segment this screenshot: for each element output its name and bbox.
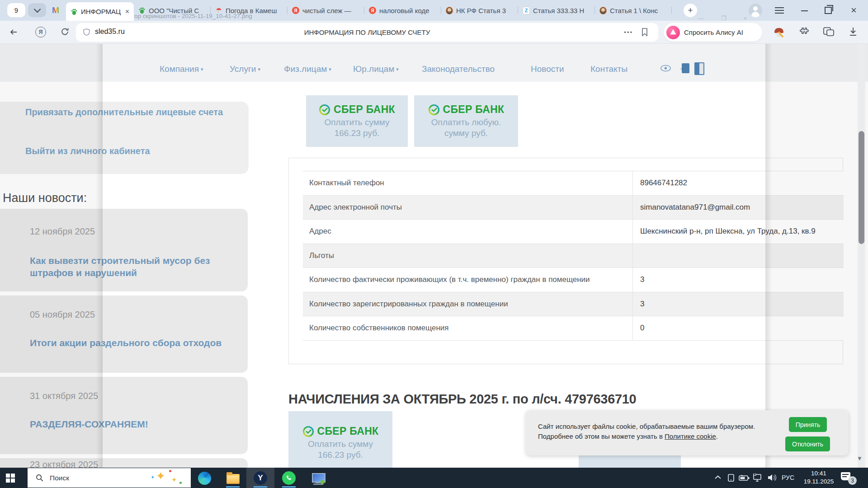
collections-icon[interactable] xyxy=(823,26,835,37)
page-scrollbar-track[interactable] xyxy=(858,44,865,468)
gmail-icon: M xyxy=(52,5,59,15)
sparkle-icon: ✦ xyxy=(151,475,155,480)
cookie-decline-button[interactable]: Отклонить xyxy=(785,436,830,451)
tab-label: НК РФ Статья 3 xyxy=(456,7,514,14)
account-info-table: Контактный телефон89646741282 Адрес элек… xyxy=(303,171,844,341)
nav-item-legal-entities[interactable]: Юр.лицам▾ xyxy=(353,64,399,74)
accessibility-eye-icon[interactable] xyxy=(660,65,671,72)
chevron-down-icon: ▾ xyxy=(329,66,331,72)
sparkle-icon: ✦ xyxy=(171,476,177,483)
copilot-sparkle-icon: ✦ xyxy=(156,470,165,482)
cookie-policy-link[interactable]: Политике cookie xyxy=(665,432,716,440)
news-title[interactable]: Итоги акции раздельного сбора отходов xyxy=(30,337,238,349)
editor-maximize-icon[interactable]: ❐ xyxy=(721,15,726,21)
sberbank-logo-icon xyxy=(302,426,314,437)
taskbar-file-explorer-icon[interactable] xyxy=(226,471,240,485)
news-date: 12 ноября 2025 xyxy=(30,226,95,237)
browser-address-bar: Я sled35.ru ИНФОРМАЦИЯ ПО ЛИЦЕВОМУ СЧЕТУ… xyxy=(0,21,868,44)
pay-action: Оплатить сумму xyxy=(324,117,389,127)
ask-alice-button[interactable]: Спросить Алису AI xyxy=(664,23,762,42)
table-row: Льготы xyxy=(303,244,844,268)
extensions-puzzle-icon[interactable] xyxy=(798,26,809,37)
pay-action: Оплатить любую. xyxy=(431,117,501,127)
tray-volume-icon[interactable] xyxy=(767,474,777,482)
browser-tab[interactable]: Z Статья 333.33 Н xyxy=(518,0,595,21)
news-item[interactable] xyxy=(0,209,248,291)
new-tab-button[interactable]: + xyxy=(684,4,697,17)
tray-network-icon[interactable] xyxy=(752,474,762,482)
browser-tab[interactable]: Я налоговый коде xyxy=(364,0,441,21)
editor-window-controls: — ❐ × xyxy=(698,15,747,21)
nav-item-company[interactable]: Компания▾ xyxy=(160,64,203,74)
window-minimize-button[interactable] xyxy=(801,10,808,11)
cookie-accept-button[interactable]: Принять xyxy=(789,417,827,432)
window-close-button[interactable]: × xyxy=(851,5,857,16)
back-button[interactable] xyxy=(9,28,18,37)
browser-tab[interactable]: Я чистый слеж — xyxy=(288,0,364,21)
taskbar-yandex-browser-icon[interactable]: Y xyxy=(253,471,268,485)
page-scrollbar-thumb[interactable] xyxy=(859,131,864,244)
browser-menu-icon[interactable] xyxy=(775,7,784,15)
browser-tab[interactable]: ☂ Погода в Камеш xyxy=(211,0,288,21)
charges-heading: НАЧИСЛЕНИЯ ЗА ОКТЯБРЬ 2025 г. по л/сч. 4… xyxy=(288,392,636,407)
sberbank-pay-fixed-button[interactable]: СБЕР БАНК Оплатить сумму166.23 руб. xyxy=(306,95,408,147)
nav-item-contacts[interactable]: Контакты xyxy=(590,64,627,74)
news-title[interactable]: Как вывезти строительный мусор без штраф… xyxy=(30,254,238,279)
taskbar-whatsapp-icon[interactable] xyxy=(282,471,296,485)
yandex-account-button[interactable]: Я xyxy=(35,27,46,38)
tab-list-chevron-button[interactable] xyxy=(28,3,46,17)
taskbar-search-box[interactable]: Поиск ✦ ✦ ✦ xyxy=(28,468,191,488)
page-title-text: ИНФОРМАЦИЯ ПО ЛИЦЕВОМУ СЧЕТУ xyxy=(76,28,658,36)
bookmark-icon[interactable] xyxy=(641,28,648,37)
editor-minimize-icon[interactable]: — xyxy=(698,15,704,21)
news-item[interactable] xyxy=(0,377,248,454)
nav-item-legislation[interactable]: Законодательство xyxy=(422,64,495,74)
downloads-icon[interactable] xyxy=(848,26,858,37)
browser-tab[interactable]: Статья 1 \ Конс xyxy=(595,0,672,21)
browser-tab[interactable]: НК РФ Статья 3 xyxy=(441,0,518,21)
refresh-button[interactable] xyxy=(61,27,70,36)
news-heading: Наши новости: xyxy=(3,191,87,205)
alice-icon xyxy=(666,26,680,39)
news-item[interactable] xyxy=(0,296,248,373)
site-header xyxy=(0,44,868,82)
sberbank-pay-any-button[interactable]: СБЕР БАНК Оплатить любую.сумму руб. xyxy=(414,95,518,147)
browser-tab-active[interactable]: ИНФОРМАЦ × xyxy=(66,2,134,21)
omnibox-more-icon[interactable]: ••• xyxy=(624,29,633,36)
table-row: АдресШекснинский р-н, рп Шексна, ул Труд… xyxy=(303,220,844,244)
tray-battery-icon[interactable] xyxy=(739,475,750,481)
chevron-down-icon xyxy=(33,6,41,13)
link-attach-accounts[interactable]: Привязать дополнительные лицевые счета xyxy=(25,106,226,118)
pay-action: Оплатить сумму xyxy=(308,439,373,449)
exit-door-icon[interactable] xyxy=(694,62,704,75)
tray-tablet-mode-icon[interactable] xyxy=(727,474,735,482)
taskbar-edge-icon[interactable] xyxy=(197,471,212,485)
editor-close-icon[interactable]: × xyxy=(744,15,747,21)
pinned-tab-gmail[interactable]: M xyxy=(50,5,61,15)
extension-screenshot-icon[interactable] xyxy=(774,27,785,38)
table-row: Контактный телефон89646741282 xyxy=(303,171,844,196)
news-title[interactable]: РАЗДЕЛЯЯ-СОХРАНЯЕМ! xyxy=(30,418,238,430)
link-logout[interactable]: Выйти из личного кабинета xyxy=(25,145,226,157)
tab-counter-button[interactable]: 9 xyxy=(7,3,25,17)
tray-clock[interactable]: 10:41 19.11.2025 xyxy=(800,469,837,486)
language-indicator[interactable]: РУС xyxy=(782,474,794,481)
pay-amount: сумму руб. xyxy=(444,128,488,138)
cookie-text-line2: Подробнее об этом вы можете узнать в Пол… xyxy=(538,432,718,440)
browser-tab[interactable]: ООО "Чистый С xyxy=(134,0,211,21)
running-indicator xyxy=(282,486,296,488)
login-door-icon[interactable] xyxy=(682,63,689,73)
tab-close-icon[interactable]: × xyxy=(125,8,129,16)
start-button[interactable] xyxy=(6,474,15,483)
scrollbar-down-arrow[interactable]: ▼ xyxy=(857,455,863,462)
window-maximize-button[interactable] xyxy=(825,7,832,14)
nav-item-individuals[interactable]: Физ.лицам▾ xyxy=(284,64,331,74)
sberbank-pay-fixed-button-bottom[interactable]: СБЕР БАНК Оплатить сумму166.23 руб. xyxy=(288,411,392,468)
windows-taskbar: Поиск ✦ ✦ ✦ Y xyxy=(0,468,868,488)
nav-item-news[interactable]: Новости xyxy=(531,64,564,74)
browser-profile-avatar[interactable] xyxy=(749,4,762,17)
tray-chevron-up-icon[interactable] xyxy=(714,475,722,479)
nav-item-services[interactable]: Услуги▾ xyxy=(230,64,260,74)
omnibox[interactable]: sled35.ru ИНФОРМАЦИЯ ПО ЛИЦЕВОМУ СЧЕТУ •… xyxy=(76,23,658,42)
taskbar-remote-pc-icon[interactable] xyxy=(311,471,326,485)
